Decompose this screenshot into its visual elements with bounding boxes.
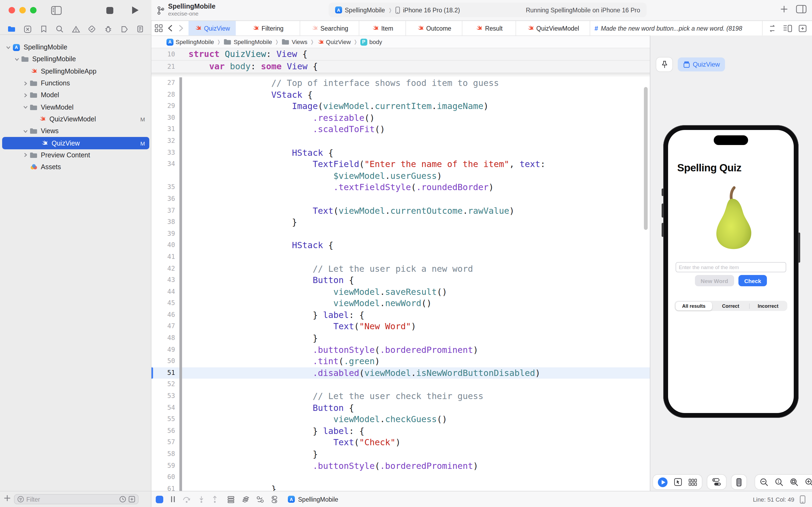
- preview-device-icon[interactable]: [736, 478, 742, 486]
- breadcrumb-item-body[interactable]: Pbody: [360, 39, 382, 45]
- editor-tab-quizview[interactable]: QuizView: [188, 21, 236, 36]
- navigator-filter-field[interactable]: Filter: [14, 494, 138, 504]
- code-line[interactable]: 28 VStack {: [152, 89, 650, 101]
- code-line[interactable]: 41: [152, 251, 650, 263]
- code-line[interactable]: 61 }: [152, 484, 650, 491]
- editor-tab-item[interactable]: Item: [359, 21, 406, 36]
- check-button[interactable]: Check: [739, 275, 767, 286]
- code-line[interactable]: 33 HStack {: [152, 147, 650, 158]
- selectable-mode-icon[interactable]: [674, 478, 682, 486]
- code-line[interactable]: 50 .tint(.green): [152, 356, 650, 368]
- code-line[interactable]: 36: [152, 193, 650, 205]
- editor-options-icon[interactable]: [783, 24, 792, 32]
- step-over-icon[interactable]: [183, 496, 191, 503]
- editor-tab-result[interactable]: Result: [462, 21, 516, 36]
- toggle-sidebar-icon[interactable]: [51, 5, 62, 15]
- inspector-toggle-icon[interactable]: [796, 5, 807, 13]
- pinned-scope-line[interactable]: 21 var body: some View {: [152, 61, 650, 73]
- code-line[interactable]: 55 viewModel.checkGuess(): [152, 413, 650, 425]
- code-line[interactable]: 27 // Top of interface shows food item t…: [152, 77, 650, 89]
- breadcrumb-item-views[interactable]: Views: [281, 39, 307, 45]
- forward-icon[interactable]: [177, 25, 185, 32]
- run-button[interactable]: [132, 6, 138, 14]
- close-window-button[interactable]: [9, 7, 15, 13]
- add-editor-split-icon[interactable]: [799, 24, 807, 32]
- segment-correct[interactable]: Correct: [712, 301, 749, 310]
- zoom-in-icon[interactable]: [805, 478, 812, 486]
- code-line[interactable]: 29 Image(viewModel.currentItem.imageName…: [152, 101, 650, 112]
- breakpoints-toggle-button[interactable]: [156, 496, 163, 503]
- disclosure-chevron-icon[interactable]: [21, 153, 29, 158]
- scheme-name[interactable]: SpellingMobile: [345, 7, 385, 13]
- code-line[interactable]: 52: [152, 379, 650, 390]
- disclosure-chevron-icon[interactable]: [21, 129, 29, 133]
- zoom-out-icon[interactable]: [760, 478, 768, 486]
- code-line[interactable]: 39: [152, 228, 650, 239]
- code-line[interactable]: 58 }: [152, 448, 650, 460]
- disclosure-chevron-icon[interactable]: [4, 45, 12, 50]
- memory-graph-icon[interactable]: [242, 496, 249, 503]
- code-line[interactable]: 47 Text("New Word"): [152, 321, 650, 332]
- sidebar-item-assets[interactable]: Assets: [0, 161, 152, 173]
- breadcrumb-item-quizview[interactable]: QuizView: [317, 39, 351, 45]
- running-app-indicator[interactable]: A SpellingMobile: [288, 496, 338, 503]
- breadcrumb-item-spellingmobile[interactable]: ASpellingMobile: [167, 39, 214, 46]
- source-editor[interactable]: 10struct QuizView: View {21 var body: so…: [152, 48, 650, 491]
- sidebar-item-preview-content[interactable]: Preview Content: [0, 149, 152, 161]
- code-line[interactable]: 49 .buttonStyle(.borderedProminent): [152, 344, 650, 355]
- disclosure-chevron-icon[interactable]: [21, 81, 29, 86]
- segment-incorrect[interactable]: Incorrect: [750, 301, 787, 310]
- pause-icon[interactable]: [170, 496, 176, 503]
- zoom-100-icon[interactable]: 1: [775, 478, 784, 486]
- segment-all-results[interactable]: All results: [675, 301, 712, 310]
- sidebar-item-model[interactable]: Model: [0, 89, 152, 101]
- navigator-reports-icon[interactable]: [135, 24, 145, 34]
- sidebar-item-views[interactable]: Views: [0, 125, 152, 137]
- device-status-icon[interactable]: [800, 495, 806, 504]
- stop-button[interactable]: [106, 7, 113, 14]
- source-control-status-icon[interactable]: [128, 496, 135, 503]
- disclosure-chevron-icon[interactable]: [13, 57, 20, 62]
- zoom-fit-icon[interactable]: [790, 478, 799, 486]
- code-line[interactable]: 32: [152, 135, 650, 147]
- disclosure-chevron-icon[interactable]: [21, 93, 29, 98]
- code-line[interactable]: 54 Button {: [152, 402, 650, 413]
- back-icon[interactable]: [166, 25, 175, 32]
- editor-tab-searching[interactable]: Searching: [300, 21, 359, 36]
- related-items-icon[interactable]: [155, 24, 163, 32]
- zoom-window-button[interactable]: [30, 7, 37, 13]
- code-line[interactable]: 31 .scaledToFit(): [152, 124, 650, 135]
- device-settings-icon[interactable]: [712, 478, 721, 486]
- code-line[interactable]: $viewModel.userGuess): [152, 170, 650, 182]
- step-into-icon[interactable]: [198, 496, 205, 503]
- code-line[interactable]: 38 }: [152, 216, 650, 228]
- sidebar-item-spellingmobileapp[interactable]: SpellingMobileApp: [0, 65, 152, 77]
- live-preview-icon[interactable]: [658, 477, 668, 487]
- code-line[interactable]: 48 }: [152, 332, 650, 344]
- code-line[interactable]: 30 .resizable(): [152, 112, 650, 124]
- network-debug-icon[interactable]: [256, 496, 264, 503]
- sidebar-item-viewmodel[interactable]: ViewModel: [0, 101, 152, 113]
- environment-overrides-icon[interactable]: [271, 496, 278, 503]
- code-line[interactable]: 51 .disabled(viewModel.isNewWordButtonDi…: [152, 368, 650, 379]
- minimize-window-button[interactable]: [19, 7, 26, 13]
- navigator-changes-icon[interactable]: [22, 24, 32, 34]
- navigator-debug-icon[interactable]: [103, 24, 113, 34]
- item-name-input[interactable]: Enter the name of the item: [676, 262, 786, 272]
- code-line[interactable]: 37 Text(viewModel.currentOutcome.rawValu…: [152, 205, 650, 216]
- navigator-tests-icon[interactable]: [87, 24, 97, 34]
- navigator-issues-icon[interactable]: [71, 24, 80, 34]
- code-line[interactable]: 46 } label: {: [152, 309, 650, 321]
- editor-tab-outcome[interactable]: Outcome: [406, 21, 462, 36]
- code-line[interactable]: 34 TextField("Enter the name of the item…: [152, 158, 650, 170]
- sidebar-item-functions[interactable]: Functions: [0, 77, 152, 90]
- code-line[interactable]: 44 viewModel.saveResult(): [152, 286, 650, 297]
- add-item-icon[interactable]: [4, 495, 11, 502]
- pin-preview-button[interactable]: [656, 57, 673, 71]
- navigator-project-icon[interactable]: [6, 24, 16, 34]
- sidebar-item-quizviewmodel[interactable]: QuizViewModelM: [0, 113, 152, 125]
- code-line[interactable]: 45 viewModel.newWord(): [152, 298, 650, 309]
- sidebar-item-spellingmobile[interactable]: ASpellingMobile: [0, 41, 152, 53]
- step-out-icon[interactable]: [212, 496, 218, 503]
- code-review-icon[interactable]: [768, 24, 776, 32]
